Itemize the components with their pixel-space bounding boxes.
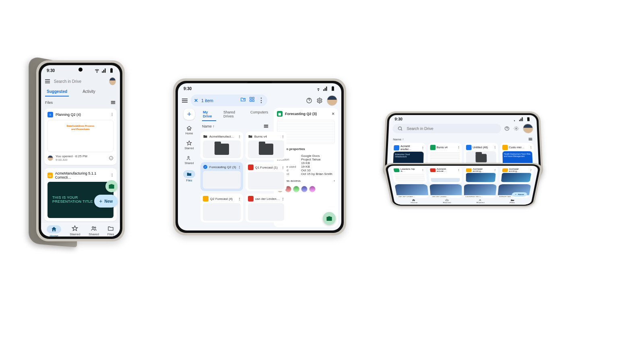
nav-starred[interactable]: Starred	[442, 199, 451, 203]
search-bar[interactable]: Search in Drive	[392, 124, 501, 134]
more-icon[interactable]: ⋮	[110, 173, 114, 177]
clear-selection-icon[interactable]: ✕	[194, 98, 198, 103]
nav-home[interactable]: Home	[47, 225, 61, 237]
rail-shared[interactable]: Shared	[185, 155, 194, 165]
move-icon[interactable]	[240, 97, 246, 102]
tab-computers[interactable]: Computers	[250, 109, 269, 121]
scan-button[interactable]	[105, 180, 118, 192]
nav-home[interactable]: Home	[410, 199, 417, 203]
file-card[interactable]: Q2 Forecast (4)⋮	[200, 193, 243, 222]
more-icon[interactable]: ⋮	[530, 146, 532, 149]
file-card[interactable]: van der Linden…	[429, 184, 462, 198]
menu-icon[interactable]	[45, 79, 50, 83]
tab-activity[interactable]: Activity	[81, 87, 97, 97]
file-name: AcmeManufact…	[209, 135, 236, 138]
rail-files[interactable]: Files	[183, 170, 195, 182]
file-name: Burns v4	[254, 135, 280, 138]
file-card[interactable]: Launches We L…	[464, 184, 497, 198]
nav-files[interactable]: Files	[107, 225, 114, 237]
file-card[interactable]: Leaders hip &…⋮	[391, 167, 427, 183]
more-icon[interactable]: ⋮	[529, 169, 532, 171]
file-thumb	[464, 184, 497, 195]
file-card[interactable]: Burns v4⋮	[246, 132, 287, 160]
battery-icon	[526, 117, 531, 122]
camera-icon	[108, 183, 115, 189]
search-bar[interactable]	[41, 74, 120, 87]
file-card[interactable]: AcmeBr anding…⋮	[499, 167, 535, 183]
file-name: Forecasting Q2 (3)	[209, 165, 236, 169]
avatar[interactable]	[327, 95, 337, 106]
slides-icon	[466, 168, 472, 172]
more-icon[interactable]: ⋮	[238, 135, 241, 138]
new-button[interactable]: +New	[512, 192, 527, 197]
tab-mydrive[interactable]: My Drive	[202, 109, 216, 121]
file-card[interactable]: AcmeManufact…⋮	[200, 132, 243, 160]
device-phone-folded: 9:30 Suggested Activity	[36, 60, 141, 245]
help-icon[interactable]	[306, 97, 312, 104]
more-icon[interactable]: ⋮	[238, 197, 241, 201]
more-icon[interactable]: ⋮	[421, 146, 423, 149]
drive-tabs: My Drive Shared Drives Computers	[200, 108, 270, 121]
nav-shared[interactable]: Shared	[89, 225, 99, 237]
chevron-right-icon: ›	[334, 179, 335, 183]
folder-icon	[248, 134, 253, 139]
pdf-icon	[248, 165, 254, 170]
wifi-icon	[512, 117, 517, 122]
selection-count: 1 item	[201, 98, 213, 103]
settings-icon[interactable]	[514, 126, 519, 131]
home-icon	[51, 226, 57, 232]
tab-shared-drives[interactable]: Shared Drives	[223, 109, 243, 121]
scan-button[interactable]	[323, 212, 336, 225]
more-icon[interactable]: ⋮	[281, 166, 284, 169]
status-icons	[316, 86, 336, 91]
rail-starred[interactable]: Starred	[185, 140, 194, 150]
folder-icon	[203, 134, 208, 139]
avatar[interactable]	[109, 77, 116, 85]
more-icon[interactable]: ⋮	[457, 169, 460, 171]
slides-icon	[203, 196, 208, 202]
file-thumb	[430, 173, 460, 182]
svg-rect-4	[252, 97, 254, 99]
search-input[interactable]	[54, 79, 105, 84]
new-button[interactable]: +	[184, 109, 195, 120]
help-icon[interactable]	[504, 126, 510, 131]
new-button[interactable]: + New	[94, 195, 118, 208]
status-bar: 9:30	[393, 117, 533, 122]
view-list-icon[interactable]	[263, 123, 269, 129]
avatar[interactable]	[523, 124, 533, 134]
file-card[interactable]: van der Linden…⋮	[246, 193, 287, 222]
sort-header[interactable]: Name ↑	[392, 136, 534, 143]
more-icon[interactable]: ⋮	[421, 169, 423, 171]
close-icon[interactable]: ✕	[332, 112, 335, 116]
more-icon[interactable]: ⋮	[281, 197, 284, 201]
rail-home[interactable]: Home	[186, 125, 193, 135]
file-card[interactable]: Forecasting Q2 (3)⋮	[200, 162, 243, 191]
menu-icon[interactable]	[182, 99, 188, 103]
section-header: Files	[41, 97, 120, 107]
more-icon[interactable]: ⋮	[281, 135, 284, 138]
more-icon[interactable]: ⋮	[258, 97, 264, 104]
nav-shared[interactable]: Shared	[476, 199, 485, 203]
more-icon[interactable]: ⋮	[110, 113, 114, 117]
sort-header[interactable]: Name ↑	[200, 121, 270, 132]
file-card[interactable]: Q1 Forecast (1)⋮	[246, 162, 287, 191]
view-list-icon[interactable]	[528, 137, 533, 142]
file-card[interactable]: AcmeM anual…⋮	[427, 167, 462, 183]
fab-group: + New	[94, 180, 118, 208]
tab-suggested[interactable]: Suggested	[45, 87, 69, 97]
view-list-icon[interactable]	[110, 100, 116, 105]
status-time: 9:30	[47, 68, 55, 73]
file-card[interactable]: ≡ Planning Q2 (4) ⋮ DataGuidelines Proce…	[44, 109, 117, 165]
nav-starred[interactable]: Starred	[70, 225, 80, 237]
check-circle-icon	[203, 165, 208, 169]
more-icon[interactable]: ⋮	[493, 146, 496, 149]
nav-files[interactable]: Files	[510, 199, 516, 203]
more-icon[interactable]: ⋮	[457, 146, 460, 149]
arrow-up-icon: ↑	[213, 124, 215, 128]
file-card[interactable]: AcmeBr anding…⋮	[464, 167, 498, 183]
more-icon[interactable]: ⋮	[493, 169, 496, 171]
file-card[interactable]: van der Linden…	[394, 184, 428, 198]
settings-icon[interactable]	[316, 97, 323, 104]
more-icon[interactable]: ⋮	[238, 165, 241, 169]
grid-icon[interactable]	[249, 97, 255, 102]
